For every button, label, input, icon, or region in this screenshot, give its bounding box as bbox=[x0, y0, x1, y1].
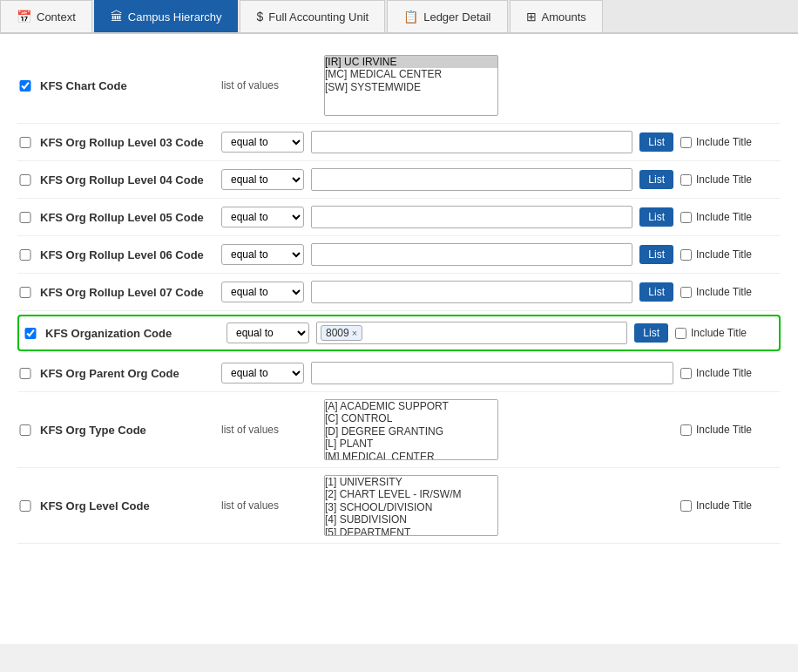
list-btn-kfs-org-rollup-03[interactable]: List bbox=[639, 132, 673, 152]
row-kfs-org-type: KFS Org Type Codelist of values[A] ACADE… bbox=[17, 392, 781, 468]
include-title-area-kfs-org-rollup-04: Include Title bbox=[680, 173, 781, 186]
input-type-kfs-org-type: list of values bbox=[221, 424, 317, 436]
include-title-label-kfs-org-level: Include Title bbox=[696, 499, 752, 512]
checkbox-kfs-chart-code[interactable] bbox=[17, 80, 33, 92]
text-input-kfs-org-parent[interactable] bbox=[311, 362, 673, 384]
value-area-kfs-org-rollup-05 bbox=[311, 206, 632, 228]
row-kfs-organization-code: KFS Organization Codeequal to8009 ×ListI… bbox=[17, 315, 781, 351]
list-select-kfs-chart-code[interactable]: [IR] UC IRVINE[MC] MEDICAL CENTER[SW] SY… bbox=[324, 55, 498, 116]
list-select-kfs-org-type[interactable]: [A] ACADEMIC SUPPORT[C] CONTROL[D] DEGRE… bbox=[324, 399, 498, 460]
include-title-area-kfs-org-type: Include Title bbox=[680, 424, 781, 436]
full-accounting-unit-icon: $ bbox=[256, 10, 263, 24]
checkbox-kfs-org-level[interactable] bbox=[17, 500, 33, 512]
operator-kfs-org-rollup-03[interactable]: equal to bbox=[221, 132, 304, 153]
tab-amounts[interactable]: ⊞Amounts bbox=[510, 0, 603, 32]
include-title-area-kfs-org-rollup-03: Include Title bbox=[680, 136, 781, 148]
checkbox-kfs-org-rollup-05[interactable] bbox=[17, 212, 33, 223]
operator-kfs-org-rollup-06[interactable]: equal to bbox=[221, 244, 304, 265]
include-title-area-kfs-org-rollup-06: Include Title bbox=[680, 248, 781, 261]
row-kfs-org-level: KFS Org Level Codelist of values[1] UNIV… bbox=[17, 468, 781, 544]
label-kfs-org-parent: KFS Org Parent Org Code bbox=[40, 367, 214, 380]
row-kfs-chart-code: KFS Chart Codelist of values[IR] UC IRVI… bbox=[17, 48, 781, 124]
row-kfs-org-parent: KFS Org Parent Org Codeequal toInclude T… bbox=[17, 355, 781, 392]
value-area-kfs-org-rollup-04 bbox=[311, 168, 632, 191]
include-title-label-kfs-organization-code: Include Title bbox=[691, 327, 747, 339]
checkbox-kfs-org-parent[interactable] bbox=[17, 368, 33, 379]
include-title-area-kfs-org-parent: Include Title bbox=[680, 367, 781, 379]
label-kfs-org-type: KFS Org Type Code bbox=[40, 424, 214, 437]
operator-kfs-org-parent[interactable]: equal to bbox=[221, 363, 304, 384]
text-input-kfs-org-rollup-07[interactable] bbox=[311, 281, 632, 303]
include-title-checkbox-kfs-org-rollup-03[interactable] bbox=[680, 137, 692, 148]
text-input-kfs-org-rollup-04[interactable] bbox=[311, 168, 632, 191]
checkbox-kfs-org-rollup-06[interactable] bbox=[17, 249, 33, 261]
include-title-label-kfs-org-parent: Include Title bbox=[696, 367, 752, 379]
operator-kfs-org-rollup-04[interactable]: equal to bbox=[221, 169, 304, 190]
label-kfs-org-rollup-04: KFS Org Rollup Level 04 Code bbox=[40, 173, 214, 187]
label-kfs-organization-code: KFS Organization Code bbox=[45, 327, 220, 340]
tab-ledger-detail[interactable]: 📋Ledger Detail bbox=[387, 0, 507, 32]
token-close-kfs-organization-code[interactable]: × bbox=[352, 328, 357, 338]
include-title-label-kfs-org-rollup-05: Include Title bbox=[696, 211, 752, 223]
value-area-kfs-org-level: [1] UNIVERSITY[2] CHART LEVEL - IR/SW/M[… bbox=[324, 475, 673, 536]
include-title-area-kfs-org-rollup-07: Include Title bbox=[680, 286, 781, 298]
checkbox-kfs-org-rollup-03[interactable] bbox=[17, 137, 33, 148]
value-area-kfs-org-rollup-06 bbox=[311, 243, 632, 266]
include-title-checkbox-kfs-org-rollup-05[interactable] bbox=[680, 212, 692, 223]
include-title-label-kfs-org-type: Include Title bbox=[696, 424, 752, 436]
label-kfs-org-level: KFS Org Level Code bbox=[40, 499, 214, 512]
checkbox-kfs-org-type[interactable] bbox=[17, 424, 33, 436]
list-btn-kfs-org-rollup-05[interactable]: List bbox=[639, 207, 673, 227]
operator-kfs-org-rollup-05[interactable]: equal to bbox=[221, 207, 304, 227]
operator-kfs-org-rollup-07[interactable]: equal to bbox=[221, 282, 304, 302]
amounts-icon: ⊞ bbox=[526, 10, 537, 24]
content-area: KFS Chart Codelist of values[IR] UC IRVI… bbox=[0, 34, 798, 644]
value-area-kfs-org-type: [A] ACADEMIC SUPPORT[C] CONTROL[D] DEGRE… bbox=[324, 399, 673, 460]
include-title-area-kfs-org-rollup-05: Include Title bbox=[680, 211, 781, 223]
tab-label-ledger-detail: Ledger Detail bbox=[423, 10, 490, 24]
operator-kfs-organization-code[interactable]: equal to bbox=[227, 322, 309, 343]
checkbox-kfs-org-rollup-04[interactable] bbox=[17, 174, 33, 186]
include-title-label-kfs-org-rollup-04: Include Title bbox=[696, 173, 752, 186]
row-kfs-org-rollup-05: KFS Org Rollup Level 05 Codeequal toList… bbox=[17, 199, 781, 236]
include-title-checkbox-kfs-org-rollup-04[interactable] bbox=[680, 174, 692, 186]
text-input-kfs-org-rollup-05[interactable] bbox=[311, 206, 632, 228]
tab-context[interactable]: 📅Context bbox=[0, 0, 92, 32]
value-area-kfs-org-parent bbox=[311, 362, 673, 384]
include-title-checkbox-kfs-org-rollup-07[interactable] bbox=[680, 287, 692, 298]
list-btn-kfs-org-rollup-04[interactable]: List bbox=[639, 170, 673, 189]
tabs-bar: 📅Context🏛Campus Hierarchy$Full Accountin… bbox=[0, 0, 798, 34]
include-title-label-kfs-org-rollup-07: Include Title bbox=[696, 286, 752, 298]
tab-label-full-accounting-unit: Full Accounting Unit bbox=[268, 10, 369, 24]
include-title-checkbox-kfs-organization-code[interactable] bbox=[675, 328, 686, 339]
include-title-checkbox-kfs-org-rollup-06[interactable] bbox=[680, 249, 692, 261]
tab-campus-hierarchy[interactable]: 🏛Campus Hierarchy bbox=[94, 0, 239, 32]
label-kfs-chart-code: KFS Chart Code bbox=[40, 79, 214, 92]
checkbox-kfs-organization-code[interactable] bbox=[23, 328, 38, 339]
label-kfs-org-rollup-06: KFS Org Rollup Level 06 Code bbox=[40, 248, 214, 261]
tab-label-amounts: Amounts bbox=[542, 10, 586, 24]
list-select-kfs-org-level[interactable]: [1] UNIVERSITY[2] CHART LEVEL - IR/SW/M[… bbox=[324, 475, 498, 536]
value-area-kfs-organization-code: 8009 × bbox=[316, 322, 627, 344]
token-input-kfs-organization-code[interactable]: 8009 × bbox=[316, 322, 627, 344]
text-input-kfs-org-rollup-06[interactable] bbox=[311, 243, 632, 266]
include-title-checkbox-kfs-org-parent[interactable] bbox=[680, 368, 692, 379]
context-icon: 📅 bbox=[17, 10, 31, 24]
text-input-kfs-org-rollup-03[interactable] bbox=[311, 131, 632, 153]
tab-label-campus-hierarchy: Campus Hierarchy bbox=[128, 10, 222, 24]
row-kfs-org-rollup-04: KFS Org Rollup Level 04 Codeequal toList… bbox=[17, 161, 781, 199]
tab-full-accounting-unit[interactable]: $Full Accounting Unit bbox=[240, 0, 385, 32]
value-area-kfs-org-rollup-03 bbox=[311, 131, 632, 153]
include-title-label-kfs-org-rollup-03: Include Title bbox=[696, 136, 752, 148]
include-title-checkbox-kfs-org-level[interactable] bbox=[680, 500, 692, 512]
include-title-checkbox-kfs-org-type[interactable] bbox=[680, 424, 692, 436]
input-type-kfs-org-level: list of values bbox=[221, 499, 317, 512]
list-btn-kfs-organization-code[interactable]: List bbox=[634, 323, 668, 343]
label-kfs-org-rollup-07: KFS Org Rollup Level 07 Code bbox=[40, 286, 214, 299]
label-kfs-org-rollup-03: KFS Org Rollup Level 03 Code bbox=[40, 136, 214, 149]
list-btn-kfs-org-rollup-07[interactable]: List bbox=[639, 282, 673, 302]
list-btn-kfs-org-rollup-06[interactable]: List bbox=[639, 245, 673, 264]
ledger-detail-icon: 📋 bbox=[403, 10, 418, 24]
value-area-kfs-chart-code: [IR] UC IRVINE[MC] MEDICAL CENTER[SW] SY… bbox=[324, 55, 781, 116]
checkbox-kfs-org-rollup-07[interactable] bbox=[17, 287, 33, 298]
